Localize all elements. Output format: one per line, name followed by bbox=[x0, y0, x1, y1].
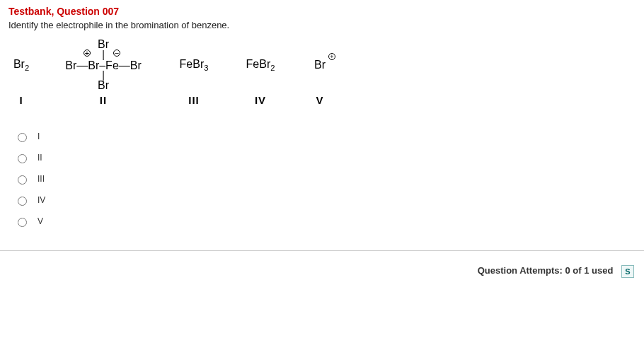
choice-label-5: V bbox=[38, 216, 43, 226]
choice-label-3: III bbox=[38, 174, 45, 184]
minus-icon: − bbox=[113, 49, 120, 57]
choice-row-3[interactable]: III bbox=[14, 168, 636, 189]
roman-4: IV bbox=[239, 94, 282, 106]
structure-2-top-br: Br bbox=[58, 39, 149, 50]
question-title: Testbank, Question 007 bbox=[0, 0, 644, 18]
choice-label-1: I bbox=[38, 132, 40, 141]
choice-radio-4[interactable] bbox=[18, 197, 27, 206]
structure-2: Br | + − Br—Br–Fe—Br | Br bbox=[58, 39, 149, 91]
plus-icon: + bbox=[328, 53, 335, 60]
choice-radio-5[interactable] bbox=[18, 218, 27, 227]
choice-row-1[interactable]: I bbox=[14, 126, 636, 147]
structure-3-formula: FeBr3 bbox=[180, 58, 209, 70]
choice-label-2: II bbox=[38, 153, 42, 163]
structure-2-drawing: Br | + − Br—Br–Fe—Br | Br bbox=[58, 39, 149, 91]
structure-5: Br + bbox=[306, 59, 334, 71]
choice-radio-1[interactable] bbox=[18, 133, 27, 142]
structure-1-formula: Br2 bbox=[13, 58, 29, 70]
roman-2: II bbox=[58, 94, 149, 106]
structure-1: Br2 bbox=[8, 58, 34, 72]
structures-row: Br2 Br | + − Br—Br–Fe—Br | Br bbox=[8, 39, 636, 91]
structure-4-formula: FeBr2 bbox=[246, 58, 275, 70]
roman-1: I bbox=[8, 94, 34, 106]
answer-choices: I II III IV V bbox=[0, 113, 644, 245]
attempts-label: Question Attempts: bbox=[478, 265, 563, 276]
structure-5-formula: Br + bbox=[314, 59, 326, 71]
choice-row-4[interactable]: IV bbox=[14, 189, 636, 211]
roman-5: V bbox=[306, 94, 334, 106]
structures-area: Br2 Br | + − Br—Br–Fe—Br | Br bbox=[0, 39, 644, 113]
structure-2-bottom-br: Br bbox=[58, 80, 149, 91]
roman-labels-row: I II III IV V bbox=[8, 94, 636, 106]
save-button[interactable]: S bbox=[621, 265, 634, 278]
attempts-value: 0 of 1 used bbox=[565, 265, 613, 276]
choice-radio-3[interactable] bbox=[18, 175, 27, 185]
choice-row-2[interactable]: II bbox=[14, 147, 636, 168]
footer-bar: Question Attempts: 0 of 1 used S bbox=[0, 259, 644, 284]
choice-radio-2[interactable] bbox=[18, 154, 27, 163]
structure-3: FeBr3 bbox=[173, 58, 215, 72]
choice-label-4: IV bbox=[38, 195, 45, 205]
choice-row-5[interactable]: V bbox=[14, 211, 636, 232]
question-prompt: Identify the electrophile in the bromina… bbox=[0, 18, 644, 39]
plus-icon: + bbox=[84, 49, 91, 57]
roman-3: III bbox=[173, 94, 215, 106]
structure-4: FeBr2 bbox=[239, 58, 282, 72]
question-container: Testbank, Question 007 Identify the elec… bbox=[0, 0, 644, 251]
